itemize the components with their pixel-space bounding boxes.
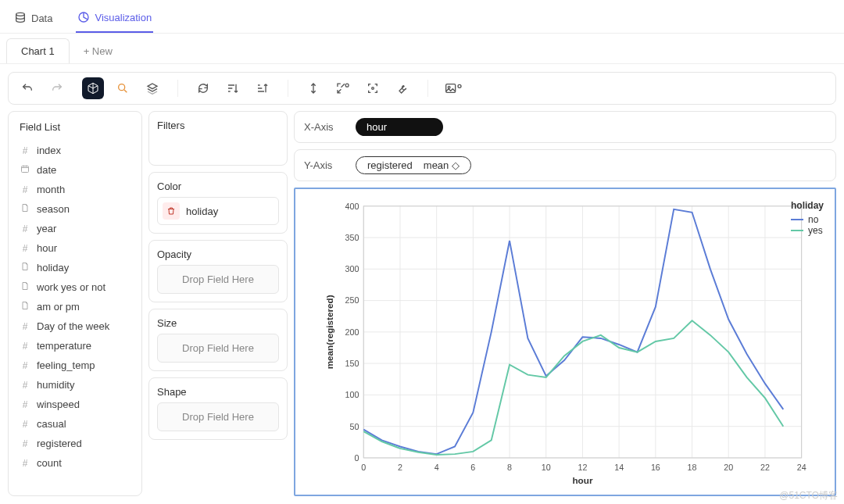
svg-text:12: 12 [578,463,587,472]
type-icon: # [20,321,30,332]
svg-point-6 [448,86,450,88]
size-dropzone[interactable]: Drop Field Here [157,334,279,363]
tab-visualization[interactable]: Visualization [76,8,153,33]
color-field-name: holiday [186,206,218,217]
chart-tab-1[interactable]: Chart 1 [6,38,70,63]
y-agg-selector[interactable]: mean ◇ [424,159,460,171]
x-axis-pill[interactable]: hour [356,118,443,136]
type-icon: # [20,341,30,352]
type-icon: # [20,360,30,371]
type-icon: # [20,223,30,234]
type-icon: # [20,145,30,156]
field-item-humidity[interactable]: #humidity [15,375,135,395]
field-item-temperature[interactable]: #temperature [15,336,135,356]
type-icon [20,301,30,313]
svg-text:50: 50 [349,422,359,431]
svg-text:8: 8 [507,463,512,472]
svg-text:18: 18 [688,463,697,472]
field-item-count[interactable]: #count [15,453,135,473]
expand-vert-icon[interactable] [302,77,324,99]
field-item-holiday[interactable]: holiday [15,258,135,277]
filters-label: Filters [157,120,279,131]
trash-icon[interactable] [163,202,180,220]
field-item-work-yes-or-not[interactable]: work yes or not [15,277,135,297]
color-field-chip[interactable]: holiday [157,197,279,225]
svg-text:0: 0 [361,463,366,472]
field-item-date[interactable]: date [15,160,135,180]
svg-text:400: 400 [345,202,359,211]
sort-desc-icon[interactable] [252,77,274,99]
svg-text:300: 300 [345,264,359,273]
legend-item-yes: yes [791,225,824,236]
line-chart: 0501001502002503003504000246810121416182… [302,198,828,488]
opacity-box: Opacity Drop Field Here [148,240,288,302]
chart-tab-new[interactable]: + New [70,39,127,63]
search-icon[interactable] [112,77,134,99]
y-axis-label: Y-Axis [304,159,345,171]
layers-icon[interactable] [141,77,163,99]
filters-box: Filters [148,111,288,166]
field-item-casual[interactable]: #casual [15,414,135,434]
field-item-feeling_temp[interactable]: #feeling_temp [15,356,135,375]
scan-icon[interactable] [362,77,384,99]
svg-text:24: 24 [797,463,806,472]
field-item-registered[interactable]: #registered [15,434,135,453]
tab-data[interactable]: Data [13,9,54,32]
svg-point-2 [119,84,125,91]
svg-point-3 [345,84,349,87]
top-tabs: Data Visualization [0,0,844,34]
legend-item-no: no [791,214,824,225]
svg-text:hour: hour [572,475,592,485]
color-label: Color [157,181,279,192]
refresh-icon[interactable] [192,77,214,99]
watermark: @51CTO博客 [779,489,838,502]
size-label: Size [157,317,279,329]
undo-button[interactable] [16,77,38,99]
opacity-dropzone[interactable]: Drop Field Here [157,265,279,294]
svg-text:0: 0 [354,453,359,463]
field-item-year[interactable]: #year [15,219,135,238]
type-icon [20,262,30,273]
field-item-season[interactable]: season [15,199,135,219]
legend: holiday noyes [791,200,824,236]
svg-text:mean(registered): mean(registered) [324,295,334,369]
type-icon: # [20,438,30,449]
field-item-hour[interactable]: #hour [15,238,135,258]
shape-dropzone[interactable]: Drop Field Here [157,402,279,431]
svg-text:2: 2 [398,463,402,472]
sort-asc-icon[interactable] [222,77,244,99]
encodings-panel: Filters Color holiday Opacity Drop Field… [148,111,288,496]
shape-box: Shape Drop Field Here [148,377,288,440]
toolbar [8,72,836,105]
type-icon [20,203,30,215]
field-item-am-or-pm[interactable]: am or pm [15,297,135,316]
wrench-icon[interactable] [392,77,413,99]
image-settings-icon[interactable] [442,77,464,99]
field-item-Day-of-the-week[interactable]: #Day of the week [15,316,135,336]
y-axis-pill[interactable]: registered mean ◇ [356,156,471,174]
field-item-winspeed[interactable]: #winspeed [15,395,135,414]
svg-point-7 [458,84,461,88]
field-item-month[interactable]: #month [15,180,135,199]
field-item-index[interactable]: #index [15,141,135,160]
svg-text:200: 200 [345,327,359,337]
x-axis-row: X-Axis hour [294,111,836,143]
svg-text:20: 20 [724,463,733,472]
type-icon: # [20,243,30,254]
redo-button[interactable] [46,77,68,99]
type-icon [20,164,30,176]
type-icon: # [20,419,30,430]
color-box: Color holiday [148,172,288,234]
svg-text:10: 10 [542,463,551,472]
svg-text:350: 350 [345,233,359,242]
svg-text:14: 14 [614,463,624,472]
chart-canvas: 0501001502002503003504000246810121416182… [294,188,836,496]
svg-text:4: 4 [435,463,439,472]
cube-button[interactable] [82,77,104,99]
tab-viz-label: Visualization [95,12,152,23]
svg-rect-8 [22,166,29,173]
fullscreen-settings-icon[interactable] [332,77,354,99]
field-list-title: Field List [20,121,131,133]
type-icon: # [20,184,30,195]
svg-text:100: 100 [345,390,359,399]
